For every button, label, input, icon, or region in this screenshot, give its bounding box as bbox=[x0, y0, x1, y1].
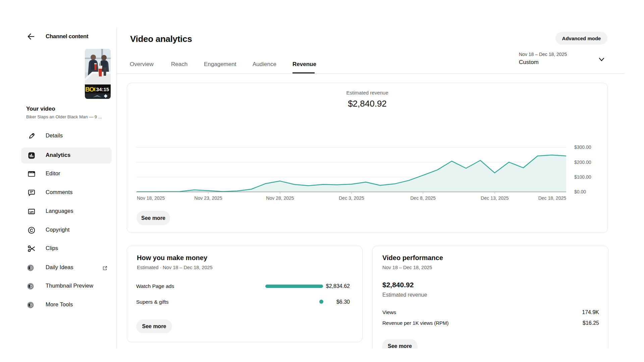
svg-text:34:15: 34:15 bbox=[96, 86, 109, 92]
